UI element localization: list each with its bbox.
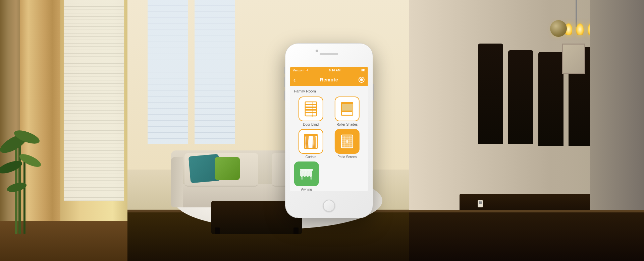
- dining-chair-3: [538, 52, 564, 146]
- patio-screen-label: Patio Screen: [337, 155, 357, 159]
- awning-icon: [298, 166, 315, 182]
- record-button[interactable]: [359, 77, 365, 83]
- device-item-roller-shades[interactable]: Roller Shades: [330, 96, 364, 126]
- nav-title: Remote: [320, 77, 338, 82]
- device-item-door-blind[interactable]: Door Blind: [294, 96, 328, 126]
- svg-rect-12: [305, 112, 317, 113]
- floor-right: [409, 211, 644, 261]
- power-button[interactable]: [373, 84, 374, 101]
- svg-rect-18: [342, 111, 352, 112]
- svg-rect-20: [305, 134, 317, 136]
- roller-shades-label: Roller Shades: [336, 123, 358, 126]
- roller-shades-icon: [339, 101, 356, 117]
- svg-point-14: [312, 115, 313, 117]
- device-item-curtain[interactable]: Curtain: [294, 129, 328, 159]
- patio-screen-icon: [339, 133, 356, 150]
- device-item-patio-screen[interactable]: Patio Screen: [330, 129, 364, 159]
- front-camera: [316, 50, 318, 52]
- awning-label: Awning: [301, 188, 312, 191]
- patio-screen-icon-box[interactable]: [335, 129, 360, 154]
- svg-rect-39: [302, 176, 303, 180]
- svg-line-21: [305, 136, 306, 148]
- app-content: Family Room: [290, 86, 368, 191]
- picture-frame: [562, 44, 585, 74]
- awning-icon-box[interactable]: [294, 161, 319, 186]
- svg-rect-16: [342, 103, 352, 111]
- svg-rect-17: [341, 103, 353, 104]
- door-blind-label: Door Blind: [303, 123, 319, 126]
- home-button[interactable]: [323, 200, 335, 212]
- device-grid: Door Blind: [294, 96, 364, 191]
- svg-rect-37: [346, 140, 348, 143]
- window-blinds-center-right: [195, 0, 235, 144]
- svg-line-24: [313, 136, 313, 148]
- curtain-icon: [303, 133, 319, 150]
- window-blinds-center-left: [148, 0, 188, 144]
- time-label: 8:10 AM: [329, 69, 340, 72]
- dining-chair-1: [478, 44, 503, 144]
- nav-bar: ‹ Remote: [290, 74, 368, 86]
- phone-body: Verizon 📶 8:10 AM ▮▮▯ ‹ Remote Family Ro…: [285, 44, 373, 218]
- dining-chair-2: [508, 50, 533, 144]
- electrical-outlet: [478, 200, 483, 207]
- battery-indicator: ▮▮▯: [361, 69, 365, 72]
- phone-screen: Verizon 📶 8:10 AM ▮▮▯ ‹ Remote Family Ro…: [290, 67, 368, 191]
- status-left: Verizon 📶: [293, 69, 308, 72]
- status-bar: Verizon 📶 8:10 AM ▮▮▯: [290, 67, 368, 74]
- svg-rect-11: [305, 109, 317, 111]
- carrier-label: Verizon: [293, 69, 304, 72]
- right-dining-scene: [409, 0, 644, 261]
- light-cord: [576, 0, 577, 27]
- window-blinds-left: [64, 0, 124, 201]
- svg-rect-10: [305, 107, 317, 108]
- wifi-icon: 📶: [305, 69, 308, 72]
- status-right: ▮▮▯: [361, 69, 365, 72]
- roller-shades-icon-box[interactable]: [335, 96, 360, 121]
- curtain-label: Curtain: [306, 155, 316, 159]
- phone-device: Verizon 📶 8:10 AM ▮▮▯ ‹ Remote Family Ro…: [285, 44, 373, 218]
- light-bulb-3: [576, 23, 584, 35]
- svg-rect-1: [23, 157, 25, 234]
- decorative-sphere: [550, 20, 567, 37]
- baseboard-right: [409, 210, 644, 212]
- svg-point-6: [18, 151, 43, 169]
- svg-rect-9: [305, 104, 317, 105]
- curtain-icon-box[interactable]: [299, 129, 323, 154]
- record-icon: [360, 78, 363, 81]
- door-blind-icon: [303, 101, 319, 117]
- plant-decoration: [0, 107, 44, 234]
- room-label: Family Room: [294, 89, 364, 93]
- phone-speaker: [320, 53, 338, 55]
- door-blind-icon-box[interactable]: [299, 96, 323, 121]
- device-item-awning[interactable]: Awning: [294, 161, 319, 191]
- back-button[interactable]: ‹: [293, 76, 296, 83]
